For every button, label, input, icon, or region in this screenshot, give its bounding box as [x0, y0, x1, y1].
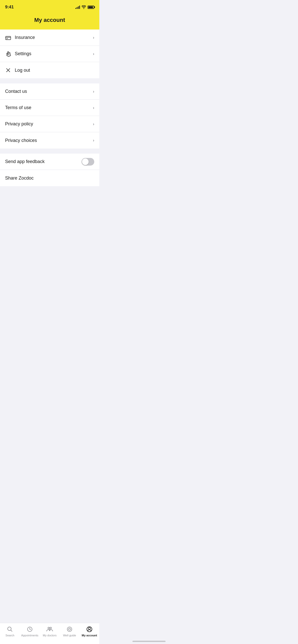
page-title: My account [5, 17, 94, 23]
menu-item-insurance[interactable]: Insurance › [0, 30, 99, 46]
signal-bars-icon [75, 5, 80, 9]
menu-item-privacy-policy[interactable]: Privacy policy › [0, 116, 99, 132]
logout-label: Log out [15, 68, 30, 73]
menu-item-settings[interactable]: Settings › [0, 46, 99, 62]
menu-item-share[interactable]: Share Zocdoc [0, 170, 99, 186]
toggle-switch[interactable] [82, 158, 94, 166]
chevron-right-icon: › [93, 106, 94, 110]
settings-label: Settings [15, 51, 31, 56]
menu-item-contact[interactable]: Contact us › [0, 83, 99, 100]
close-icon [5, 67, 11, 73]
share-label: Share Zocdoc [5, 175, 34, 181]
status-icons [75, 5, 94, 9]
terms-label: Terms of use [5, 105, 31, 110]
insurance-icon [5, 35, 11, 41]
chevron-right-icon: › [93, 52, 94, 56]
content-area: Insurance › Settings › [0, 30, 99, 212]
page-header: My account [0, 13, 99, 30]
battery-icon [88, 6, 94, 9]
settings-icon [5, 51, 11, 57]
menu-item-feedback[interactable]: Send app feedback [0, 154, 99, 170]
menu-separator-1 [0, 78, 99, 83]
menu-section-1: Insurance › Settings › [0, 30, 99, 78]
status-time: 9:41 [5, 5, 14, 10]
menu-item-logout[interactable]: Log out [0, 62, 99, 78]
menu-item-privacy-choices[interactable]: Privacy choices › [0, 132, 99, 149]
feedback-label: Send app feedback [5, 159, 45, 164]
status-bar: 9:41 [0, 0, 99, 13]
chevron-right-icon: › [93, 138, 94, 143]
wifi-icon [82, 5, 86, 9]
privacy-policy-label: Privacy policy [5, 121, 33, 127]
toggle-knob [82, 158, 89, 165]
insurance-label: Insurance [15, 35, 35, 40]
chevron-right-icon: › [93, 122, 94, 126]
menu-separator-2 [0, 149, 99, 154]
chevron-right-icon: › [93, 89, 94, 94]
contact-label: Contact us [5, 89, 27, 94]
svg-point-1 [7, 53, 9, 55]
menu-section-3: Send app feedback Share Zocdoc [0, 154, 99, 186]
svg-rect-0 [6, 36, 11, 40]
chevron-right-icon: › [93, 35, 94, 40]
privacy-choices-label: Privacy choices [5, 138, 37, 143]
menu-section-2: Contact us › Terms of use › Privacy poli… [0, 83, 99, 149]
feedback-toggle[interactable] [82, 158, 94, 166]
menu-item-terms[interactable]: Terms of use › [0, 100, 99, 116]
